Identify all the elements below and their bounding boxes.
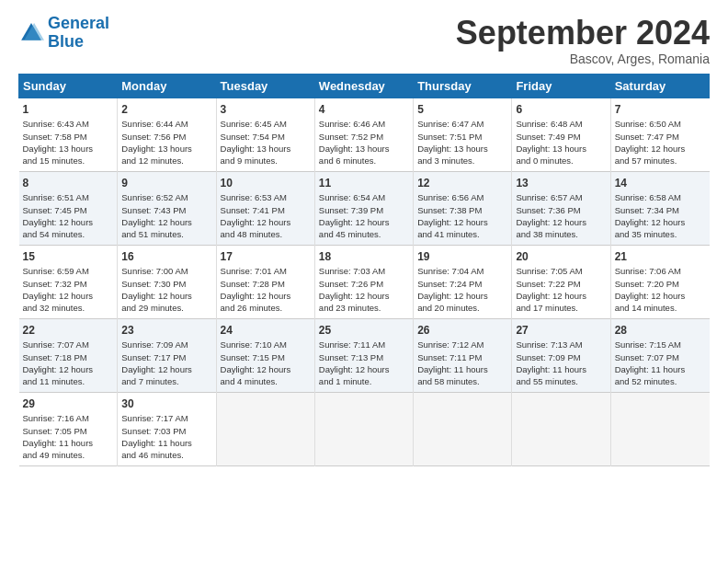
day-number: 16: [121, 249, 211, 265]
day-info-line: and 20 minutes.: [417, 302, 507, 314]
day-number: 21: [615, 249, 706, 265]
day-info-line: Sunset: 7:11 PM: [417, 351, 507, 363]
day-info-line: Sunrise: 6:51 AM: [23, 191, 114, 203]
day-info-line: Sunset: 7:58 PM: [23, 131, 114, 143]
day-info-line: Sunset: 7:13 PM: [319, 351, 409, 363]
day-info-line: and 35 minutes.: [615, 228, 706, 240]
day-info-line: Sunrise: 7:09 AM: [121, 339, 211, 350]
day-info-line: Sunrise: 6:50 AM: [615, 118, 706, 130]
day-cell: 20Sunrise: 7:05 AMSunset: 7:22 PMDayligh…: [512, 245, 610, 318]
day-number: 23: [121, 323, 211, 339]
day-info-line: Daylight: 12 hours: [23, 290, 114, 302]
day-info-line: Sunset: 7:32 PM: [23, 278, 114, 290]
day-cell: 17Sunrise: 7:01 AMSunset: 7:28 PMDayligh…: [216, 245, 314, 318]
day-info-line: Sunrise: 6:47 AM: [417, 118, 507, 130]
day-info-line: Sunset: 7:20 PM: [615, 278, 706, 290]
day-cell: 29Sunrise: 7:16 AMSunset: 7:05 PMDayligh…: [19, 392, 118, 465]
day-info-line: Sunrise: 7:15 AM: [615, 339, 706, 350]
day-info-line: and 11 minutes.: [23, 375, 114, 387]
day-info-line: and 49 minutes.: [23, 449, 114, 461]
header-saturday: Saturday: [610, 74, 709, 98]
day-info-line: Sunrise: 7:01 AM: [221, 265, 311, 277]
day-info-line: Sunrise: 7:16 AM: [23, 412, 114, 424]
day-info-line: and 1 minute.: [319, 375, 409, 387]
day-info-line: Daylight: 12 hours: [319, 290, 409, 302]
day-info-line: Sunrise: 7:10 AM: [221, 339, 311, 350]
day-info-line: Sunrise: 7:17 AM: [121, 412, 211, 424]
day-cell: 10Sunrise: 6:53 AMSunset: 7:41 PMDayligh…: [216, 171, 314, 245]
day-info-line: Sunset: 7:15 PM: [221, 351, 311, 363]
day-info-line: and 41 minutes.: [417, 228, 507, 240]
day-info-line: Daylight: 12 hours: [516, 216, 606, 228]
day-info-line: Daylight: 12 hours: [615, 216, 706, 228]
day-number: 12: [417, 176, 507, 191]
day-number: 27: [516, 323, 606, 339]
day-info-line: Sunrise: 6:46 AM: [319, 118, 409, 130]
location-subtitle: Bascov, Arges, Romania: [456, 52, 710, 66]
day-cell: 11Sunrise: 6:54 AMSunset: 7:39 PMDayligh…: [314, 171, 413, 245]
day-info-line: Daylight: 12 hours: [221, 363, 311, 375]
day-info-line: Daylight: 13 hours: [221, 143, 311, 155]
day-info-line: Sunrise: 6:53 AM: [221, 191, 311, 203]
day-number: 19: [417, 249, 507, 265]
day-info-line: Sunrise: 6:44 AM: [121, 118, 211, 130]
day-number: 29: [23, 396, 114, 412]
header-thursday: Thursday: [414, 74, 512, 98]
day-info-line: Sunrise: 7:04 AM: [417, 265, 507, 277]
day-info-line: Sunrise: 7:00 AM: [121, 265, 211, 277]
logo-text: General: [48, 15, 109, 33]
day-number: 30: [121, 396, 211, 412]
day-number: 17: [221, 249, 311, 265]
day-info-line: Sunset: 7:39 PM: [319, 204, 409, 216]
day-info-line: and 58 minutes.: [417, 375, 507, 387]
day-info-line: and 15 minutes.: [23, 155, 114, 167]
day-info-line: and 6 minutes.: [319, 155, 409, 167]
day-info-line: Daylight: 12 hours: [516, 290, 606, 302]
day-cell: 28Sunrise: 7:15 AMSunset: 7:07 PMDayligh…: [610, 318, 709, 392]
day-info-line: and 46 minutes.: [121, 449, 211, 461]
day-number: 11: [319, 176, 409, 191]
day-cell: 6Sunrise: 6:48 AMSunset: 7:49 PMDaylight…: [512, 98, 610, 171]
week-row-4: 22Sunrise: 7:07 AMSunset: 7:18 PMDayligh…: [19, 318, 710, 392]
month-title: September 2024: [456, 15, 710, 52]
day-info-line: and 38 minutes.: [516, 228, 606, 240]
day-info-line: Sunset: 7:17 PM: [121, 351, 211, 363]
day-cell: [512, 392, 610, 465]
day-cell: 7Sunrise: 6:50 AMSunset: 7:47 PMDaylight…: [610, 98, 709, 171]
day-info-line: Daylight: 11 hours: [516, 363, 606, 375]
day-info-line: Daylight: 13 hours: [121, 143, 211, 155]
day-info-line: and 4 minutes.: [221, 375, 311, 387]
day-number: 14: [615, 176, 706, 191]
day-cell: 21Sunrise: 7:06 AMSunset: 7:20 PMDayligh…: [610, 245, 709, 318]
day-info-line: Daylight: 11 hours: [23, 437, 114, 449]
day-info-line: Sunset: 7:18 PM: [23, 351, 114, 363]
day-number: 13: [516, 176, 606, 191]
day-info-line: Daylight: 13 hours: [319, 143, 409, 155]
day-cell: 22Sunrise: 7:07 AMSunset: 7:18 PMDayligh…: [19, 318, 118, 392]
day-info-line: Sunrise: 7:13 AM: [516, 339, 606, 350]
day-number: 1: [23, 102, 114, 118]
day-info-line: Sunrise: 7:05 AM: [516, 265, 606, 277]
day-info-line: Daylight: 12 hours: [121, 363, 211, 375]
day-info-line: Daylight: 12 hours: [417, 216, 507, 228]
day-number: 9: [121, 176, 211, 191]
day-info-line: Sunset: 7:22 PM: [516, 278, 606, 290]
day-info-line: Daylight: 13 hours: [23, 143, 114, 155]
day-info-line: Daylight: 12 hours: [319, 363, 409, 375]
day-number: 3: [221, 102, 311, 118]
day-cell: 30Sunrise: 7:17 AMSunset: 7:03 PMDayligh…: [118, 392, 216, 465]
day-info-line: Daylight: 13 hours: [417, 143, 507, 155]
day-number: 5: [417, 102, 507, 118]
day-info-line: Sunrise: 7:03 AM: [319, 265, 409, 277]
day-cell: 3Sunrise: 6:45 AMSunset: 7:54 PMDaylight…: [216, 98, 314, 171]
day-info-line: Sunset: 7:49 PM: [516, 131, 606, 143]
day-info-line: Daylight: 12 hours: [319, 216, 409, 228]
day-info-line: Sunrise: 6:57 AM: [516, 191, 606, 203]
logo: General Blue: [18, 15, 109, 52]
day-number: 10: [221, 176, 311, 191]
day-info-line: Sunrise: 6:48 AM: [516, 118, 606, 130]
day-cell: 23Sunrise: 7:09 AMSunset: 7:17 PMDayligh…: [118, 318, 216, 392]
day-cell: 14Sunrise: 6:58 AMSunset: 7:34 PMDayligh…: [610, 171, 709, 245]
day-cell: 1Sunrise: 6:43 AMSunset: 7:58 PMDaylight…: [19, 98, 118, 171]
day-info-line: Daylight: 12 hours: [23, 216, 114, 228]
